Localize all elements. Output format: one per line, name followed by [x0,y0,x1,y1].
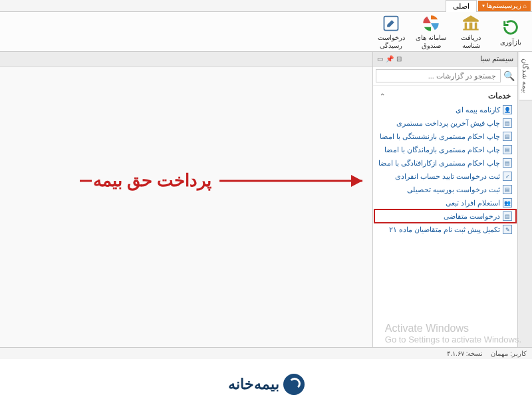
brand-name: بیمه‌خانه [228,376,279,393]
chevron-down-icon: ▾ [482,3,485,9]
tree: خدمات ⌃ 👤کارنامه بیمه ای ▤چاپ فیش آخرین … [373,86,517,351]
search-icon: 🔍 [503,70,515,81]
top-bar: ⌂ زیرسیستم‌ها ▾ اصلی [0,0,532,12]
tree-item-label: چاپ احکام مستمری ازکارافتادگی با امضا [378,159,500,168]
request-review-button[interactable]: درخواست رسیدگی [374,15,408,49]
home-icon: ⌂ [523,3,527,9]
toolbar-label: سامانه های صندوق [414,34,448,50]
tree-item-print-survivors[interactable]: ▤چاپ احکام مستمری بازماندگان با امضا [374,143,516,156]
refresh-button[interactable]: بازآوری [493,15,528,49]
tree-item-print-last-pay[interactable]: ▤چاپ فیش آخرین پرداخت مستمری [374,116,516,130]
tree-item-print-disability[interactable]: ▤چاپ احکام مستمری ازکارافتادگی با امضا [374,156,516,170]
side-tab-insured[interactable]: بیمه شدگان [519,52,532,100]
doc-icon: ▤ [503,145,512,154]
bank-icon [461,14,481,33]
pin-icon[interactable]: 📌 [386,55,394,63]
tree-item-scholarship[interactable]: ▤ثبت درخواست بورسیه تحصیلی [374,183,516,196]
edit-icon: ✎ [503,225,512,234]
aperture-icon [421,14,441,33]
tree-item-label: استعلام افراد تبعی [446,199,500,207]
doc-icon: ▤ [503,118,512,128]
status-user: کاربر: مهمان [491,350,527,357]
tree-title: خدمات [488,91,511,100]
person-icon: 👤 [503,105,512,114]
group-icon: 👥 [503,198,512,207]
side-tabs: بیمه شدگان [517,52,532,351]
tree-item-label: درخواست متقاضی [444,212,500,221]
sub-toolbar [0,52,372,66]
tree-item-label: چاپ فیش آخرین پرداخت مستمری [396,119,500,128]
panel-title: سیستم سبا [480,55,513,63]
tree-header: خدمات ⌃ [374,88,516,103]
search-row: 🔍 [373,66,517,86]
tree-item-label: چاپ احکام مستمری بازماندگان با امضا [384,146,500,154]
tab-main[interactable]: اصلی [446,0,477,12]
fund-systems-button[interactable]: سامانه های صندوق [414,15,448,49]
tree-item-applicant-request[interactable]: ▤درخواست متقاضی [374,209,516,223]
tree-item-individual-account[interactable]: ✓ثبت درخواست تایید حساب انفرادی [374,170,516,183]
tree-item-label: تکمیل پیش ثبت نام متقاضیان ماده ۲۱ [389,225,500,234]
status-version: نسخه: ۴.۱.۶۷ [447,350,483,357]
tree-item-label: چاپ احکام مستمری بازنشستگی با امضا [380,132,500,141]
body: بیمه شدگان سیستم سبا ⊟ 📌 ▭ 🔍 خدمات ⌃ 👤کا… [0,52,532,351]
toolbar: بازآوری دریافت شناسه سامانه های صندوق در… [0,12,532,52]
toolbar-label: بازآوری [500,39,521,47]
pin-icon[interactable]: ⊟ [396,55,402,63]
toolbar-label: دریافت شناسه [454,34,488,50]
pin-icon[interactable]: ▭ [377,55,383,63]
doc-icon: ▤ [503,158,512,168]
search-input[interactable] [376,69,501,82]
brand-footer: بیمه‌خانه [0,374,532,395]
check-icon: ✓ [503,172,512,181]
edit-icon [381,14,401,33]
main-area [0,52,372,351]
panel-header-icons: ⊟ 📌 ▭ [377,55,402,63]
refresh-icon [501,17,521,37]
tree-item-label: ثبت درخواست تایید حساب انفرادی [395,172,500,181]
tree-item-label: کارنامه بیمه ای [456,106,500,114]
tree-item-karname[interactable]: 👤کارنامه بیمه ای [374,103,516,116]
subsystems-label: زیرسیستم‌ها [487,2,521,9]
right-panel: سیستم سبا ⊟ 📌 ▭ 🔍 خدمات ⌃ 👤کارنامه بیمه … [372,52,517,351]
brand-logo-icon [283,374,305,395]
doc-icon: ▤ [503,211,512,221]
tree-item-dependents-inquiry[interactable]: 👥استعلام افراد تبعی [374,196,516,209]
tree-item-label: ثبت درخواست بورسیه تحصیلی [407,186,500,194]
tree-item-print-retire[interactable]: ▤چاپ احکام مستمری بازنشستگی با امضا [374,130,516,143]
tree-item-article21[interactable]: ✎تکمیل پیش ثبت نام متقاضیان ماده ۲۱ [374,223,516,236]
toolbar-label: درخواست رسیدگی [374,34,408,50]
collapse-icon[interactable]: ⌃ [380,92,385,100]
panel-header: سیستم سبا ⊟ 📌 ▭ [373,52,517,66]
get-id-button[interactable]: دریافت شناسه [454,15,488,49]
doc-icon: ▤ [503,132,512,141]
subsystems-button[interactable]: ⌂ زیرسیستم‌ها ▾ [478,1,531,11]
doc-icon: ▤ [503,185,512,194]
status-bar: کاربر: مهمان نسخه: ۴.۱.۶۷ [0,347,532,359]
